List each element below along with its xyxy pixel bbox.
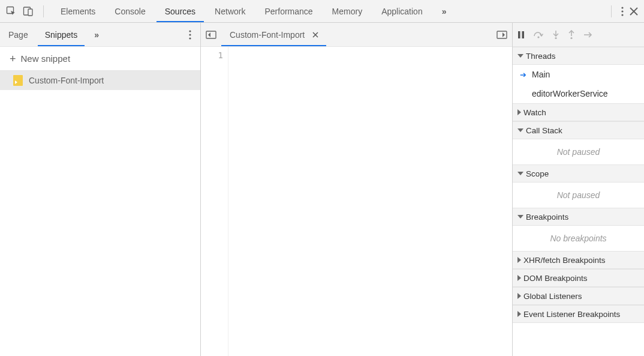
divider xyxy=(43,5,44,17)
chevron-down-icon xyxy=(517,172,523,175)
section-label: Call Stack xyxy=(526,126,562,135)
navigator-kebab-icon[interactable] xyxy=(180,23,200,46)
tab-sources[interactable]: Sources xyxy=(155,0,205,22)
new-snippet-label: New snippet xyxy=(21,53,71,64)
chevron-right-icon xyxy=(517,109,521,115)
new-snippet-button[interactable]: + New snippet xyxy=(0,47,200,71)
subtab-page[interactable]: Page xyxy=(0,23,37,46)
section-event[interactable]: Event Listener Breakpoints xyxy=(513,305,644,323)
threads-body: ➔ Main editorWorkerService xyxy=(513,65,644,103)
editor-tabbar: Custom-Font-Import xyxy=(201,23,512,47)
pause-icon[interactable] xyxy=(517,31,525,39)
navigator-panel: Page Snippets » + New snippet Custom-Fon… xyxy=(0,23,201,356)
line-gutter: 1 xyxy=(201,47,228,356)
section-label: Breakpoints xyxy=(526,213,568,222)
toggle-device-icon[interactable] xyxy=(23,6,34,17)
section-label: Event Listener Breakpoints xyxy=(523,310,620,319)
svg-point-17 xyxy=(537,36,539,38)
section-label: DOM Breakpoints xyxy=(523,274,588,283)
chevron-down-icon xyxy=(517,54,523,58)
thread-label: editorWorkerService xyxy=(532,89,608,98)
inspect-element-icon[interactable] xyxy=(6,6,17,17)
subtab-snippets[interactable]: Snippets xyxy=(37,23,86,46)
close-tab-icon[interactable] xyxy=(311,30,320,40)
topbar-left xyxy=(0,0,51,22)
snippet-list: Custom-Font-Import xyxy=(0,71,200,356)
tab-performance[interactable]: Performance xyxy=(255,0,322,22)
subtabs-overflow-icon[interactable]: » xyxy=(86,23,107,46)
snippet-file-icon xyxy=(13,75,23,86)
section-xhr[interactable]: XHR/fetch Breakpoints xyxy=(513,251,644,269)
editor-tab-label: Custom-Font-Import xyxy=(230,30,305,40)
section-label: Watch xyxy=(523,108,546,117)
devtools-topbar: Elements Console Sources Network Perform… xyxy=(0,0,644,23)
svg-point-5 xyxy=(621,14,623,16)
section-label: Global Listeners xyxy=(523,292,582,301)
step-icon[interactable] xyxy=(583,31,593,39)
step-over-icon[interactable] xyxy=(533,31,544,39)
chevron-right-icon xyxy=(517,293,521,299)
debug-toolbar xyxy=(513,23,644,47)
svg-point-21 xyxy=(570,37,572,38)
section-callstack[interactable]: Call Stack xyxy=(513,121,644,139)
show-navigator-icon[interactable] xyxy=(201,23,221,46)
section-dom[interactable]: DOM Breakpoints xyxy=(513,269,644,287)
show-debugger-icon[interactable] xyxy=(492,23,512,46)
step-into-icon[interactable] xyxy=(552,30,559,40)
divider xyxy=(611,5,612,17)
editor-body[interactable]: 1 xyxy=(201,47,512,356)
thread-row-main[interactable]: ➔ Main xyxy=(513,65,644,84)
tab-network[interactable]: Network xyxy=(205,0,255,22)
main-tabs: Elements Console Sources Network Perform… xyxy=(51,0,607,22)
chevron-down-icon xyxy=(517,215,523,219)
editor-panel: Custom-Font-Import 1 xyxy=(201,23,512,356)
tab-elements[interactable]: Elements xyxy=(51,0,105,22)
svg-point-10 xyxy=(189,37,191,39)
navigator-subtabs: Page Snippets » xyxy=(0,23,200,47)
svg-point-3 xyxy=(621,7,623,8)
section-scope[interactable]: Scope xyxy=(513,164,644,183)
step-out-icon[interactable] xyxy=(568,30,575,40)
svg-rect-2 xyxy=(28,9,32,16)
topbar-right xyxy=(607,0,644,22)
active-thread-arrow-icon: ➔ xyxy=(520,70,527,79)
svg-rect-16 xyxy=(522,31,525,38)
snippet-item[interactable]: Custom-Font-Import xyxy=(0,71,200,90)
svg-point-19 xyxy=(555,37,556,38)
tab-console[interactable]: Console xyxy=(105,0,155,22)
section-label: XHR/fetch Breakpoints xyxy=(523,256,606,265)
section-global[interactable]: Global Listeners xyxy=(513,287,644,305)
code-area[interactable] xyxy=(228,47,512,356)
close-devtools-icon[interactable] xyxy=(630,7,638,16)
scope-placeholder: Not paused xyxy=(513,183,644,208)
breakpoints-placeholder: No breakpoints xyxy=(513,226,644,251)
section-breakpoints[interactable]: Breakpoints xyxy=(513,208,644,226)
svg-rect-11 xyxy=(206,31,216,38)
snippet-item-label: Custom-Font-Import xyxy=(29,76,104,85)
main-area: Page Snippets » + New snippet Custom-Fon… xyxy=(0,23,644,356)
section-label: Threads xyxy=(526,52,556,61)
chevron-right-icon xyxy=(517,311,521,317)
svg-rect-14 xyxy=(497,31,507,38)
svg-point-8 xyxy=(189,30,191,32)
chevron-down-icon xyxy=(517,128,523,132)
kebab-menu-icon[interactable] xyxy=(621,7,624,16)
callstack-placeholder: Not paused xyxy=(513,139,644,164)
section-watch[interactable]: Watch xyxy=(513,103,644,121)
svg-rect-15 xyxy=(518,31,520,38)
section-threads[interactable]: Threads xyxy=(513,47,644,65)
tabs-overflow-icon[interactable]: » xyxy=(432,0,456,22)
section-label: Scope xyxy=(526,169,549,178)
chevron-right-icon xyxy=(517,275,521,281)
tab-memory[interactable]: Memory xyxy=(323,0,372,22)
plus-icon: + xyxy=(10,53,16,64)
svg-point-4 xyxy=(621,10,623,12)
editor-tab[interactable]: Custom-Font-Import xyxy=(221,23,326,46)
svg-point-9 xyxy=(189,34,191,35)
tab-application[interactable]: Application xyxy=(372,0,432,22)
thread-label: Main xyxy=(532,70,550,79)
chevron-right-icon xyxy=(517,257,521,263)
thread-row-worker[interactable]: editorWorkerService xyxy=(513,84,644,103)
debugger-panel: Threads ➔ Main editorWorkerService Watch… xyxy=(512,23,644,356)
